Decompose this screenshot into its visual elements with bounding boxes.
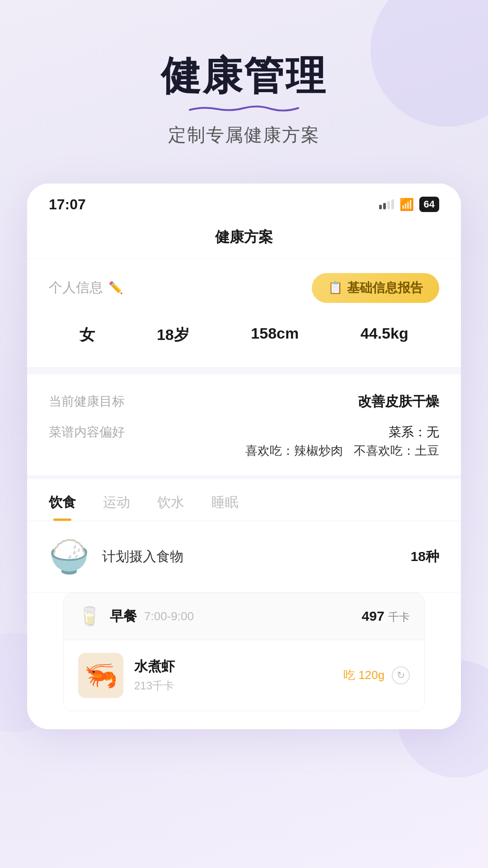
section-divider-2 — [27, 475, 461, 479]
meal-container: 🥛 早餐 7:00-9:00 497 千卡 🦐 — [27, 593, 461, 729]
personal-stats: 女 18岁 158cm 44.5kg — [49, 317, 439, 353]
tab-exercise[interactable]: 运动 — [103, 493, 130, 521]
tab-sleep[interactable]: 睡眠 — [211, 493, 239, 521]
recipe-preference-row: 菜谱内容偏好 菜系：无 喜欢吃：辣椒炒肉 不喜欢吃：土豆 — [49, 416, 439, 462]
health-goal-label: 当前健康目标 — [49, 393, 125, 410]
phone-card: 17:07 📶 64 健康方案 个人信息 ✏️ — [27, 184, 461, 729]
section-divider-1 — [27, 367, 461, 371]
stat-age: 18岁 — [157, 325, 189, 345]
wifi-icon: 📶 — [399, 198, 414, 212]
breakfast-name: 早餐 — [110, 607, 137, 626]
report-button[interactable]: 📋 基础信息报告 — [312, 273, 439, 303]
info-header: 个人信息 ✏️ 📋 基础信息报告 — [49, 273, 439, 303]
nav-title: 健康方案 — [27, 220, 461, 258]
meal-section: 🥛 早餐 7:00-9:00 497 千卡 🦐 — [63, 593, 425, 711]
health-goal-row: 当前健康目标 改善皮肤干燥 — [49, 387, 439, 416]
tab-water[interactable]: 饮水 — [157, 493, 184, 521]
food-item-image: 🦐 — [78, 653, 123, 698]
title-underline-decoration — [185, 105, 303, 112]
breakfast-calories: 497 千卡 — [362, 609, 410, 624]
status-time: 17:07 — [49, 196, 86, 213]
health-goal-value: 改善皮肤干燥 — [358, 392, 439, 411]
status-icons: 📶 64 — [379, 197, 439, 212]
tabs-section: 饮食 运动 饮水 睡眠 🍚 计划摄入食物 18种 — [27, 479, 461, 729]
recipe-preference-label: 菜谱内容偏好 — [49, 424, 125, 441]
info-label: 个人信息 ✏️ — [49, 278, 123, 297]
breakfast-icon: 🥛 — [78, 606, 101, 627]
edit-icon[interactable]: ✏️ — [108, 281, 123, 295]
page-subtitle: 定制专属健康方案 — [27, 123, 461, 147]
stat-gender: 女 — [80, 325, 95, 345]
header-section: 健康管理 定制专属健康方案 — [27, 54, 461, 147]
food-item-action: 吃 120g ↻ — [343, 666, 410, 684]
stat-height: 158cm — [251, 325, 299, 345]
tab-diet[interactable]: 饮食 — [49, 493, 76, 521]
food-plan-row: 🍚 计划摄入食物 18种 — [27, 521, 461, 593]
food-item-amount: 吃 120g — [343, 667, 385, 683]
refresh-icon[interactable]: ↻ — [392, 666, 410, 684]
page-title: 健康管理 — [27, 54, 461, 98]
tabs-row: 饮食 运动 饮水 睡眠 — [27, 479, 461, 521]
breakfast-header: 🥛 早餐 7:00-9:00 497 千卡 — [64, 593, 424, 640]
food-item-info: 水煮虾 213千卡 — [134, 657, 343, 693]
breakfast-time: 7:00-9:00 — [144, 609, 362, 623]
preference-values: 菜系：无 喜欢吃：辣椒炒肉 不喜欢吃：土豆 — [245, 424, 439, 459]
food-count: 18种 — [411, 547, 439, 566]
personal-info-section: 个人信息 ✏️ 📋 基础信息报告 女 18岁 158cm 44.5kg — [27, 258, 461, 367]
report-icon: 📋 — [328, 281, 343, 295]
stat-weight: 44.5kg — [361, 325, 408, 345]
signal-icon — [379, 199, 394, 209]
food-item-name: 水煮虾 — [134, 657, 343, 676]
battery-icon: 64 — [419, 197, 439, 212]
food-bowl-icon: 🍚 — [49, 538, 89, 576]
health-goal-section: 当前健康目标 改善皮肤干燥 菜谱内容偏好 菜系：无 喜欢吃：辣椒炒肉 不喜欢吃：… — [27, 371, 461, 475]
status-bar: 17:07 📶 64 — [27, 184, 461, 220]
preference-detail: 喜欢吃：辣椒炒肉 不喜欢吃：土豆 — [245, 443, 439, 459]
food-item-calories: 213千卡 — [134, 679, 343, 693]
food-item-row: 🦐 水煮虾 213千卡 吃 120g ↻ — [64, 640, 424, 711]
food-plan-label: 计划摄入食物 — [102, 547, 411, 566]
